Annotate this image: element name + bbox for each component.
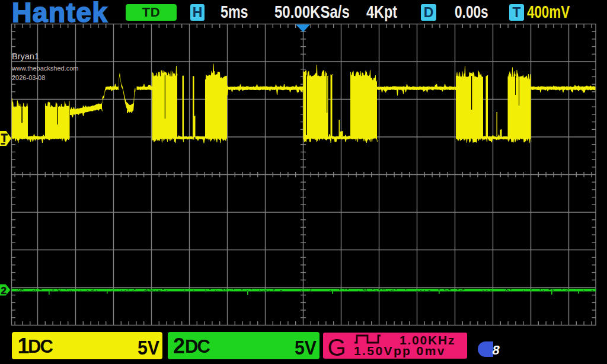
- svg-text:8: 8: [492, 344, 500, 358]
- svg-text:2: 2: [1, 285, 7, 296]
- svg-text:T: T: [1, 132, 8, 144]
